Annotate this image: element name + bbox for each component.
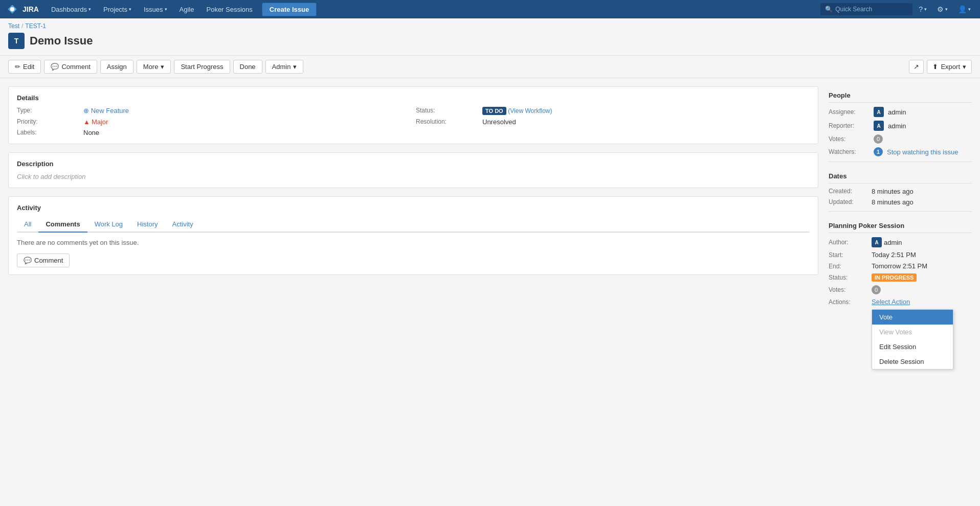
status-badge: TO DO (482, 107, 506, 115)
priority-value: ▲ Major (83, 118, 411, 126)
gear-icon: ⚙ (937, 5, 944, 13)
dropdown-item-edit-session[interactable]: Edit Session (872, 339, 953, 354)
export-icon: ⬆ (932, 63, 938, 71)
start-progress-button[interactable]: Start Progress (174, 60, 230, 74)
quick-search-box[interactable]: 🔍 (820, 3, 912, 15)
assignee-value: admin (888, 108, 906, 116)
updated-label: Updated: (829, 198, 870, 206)
tab-worklog[interactable]: Work Log (87, 217, 130, 233)
type-value: ⊕ New Feature (83, 107, 411, 114)
chevron-down-icon: ▾ (161, 63, 164, 71)
settings-button[interactable]: ⚙ ▾ (933, 3, 952, 15)
share-icon: ↗ (914, 63, 919, 71)
top-navigation: JIRA Dashboards ▾ Projects ▾ Issues ▾ Ag… (0, 0, 980, 18)
create-issue-button[interactable]: Create Issue (262, 3, 317, 16)
tab-all[interactable]: All (17, 217, 38, 233)
poker-status-badge: IN PROGRESS (872, 273, 917, 282)
export-button[interactable]: ⬆ Export ▾ (927, 60, 972, 74)
created-value: 8 minutes ago (872, 188, 914, 195)
share-button[interactable]: ↗ (909, 60, 924, 74)
breadcrumb-project-link[interactable]: Test (8, 22, 19, 30)
poker-status-label: Status: (829, 274, 870, 281)
description-title: Description (17, 160, 810, 168)
search-input[interactable] (835, 6, 907, 13)
select-action-button[interactable]: Select Action (872, 298, 910, 306)
help-button[interactable]: ? ▾ (915, 3, 931, 15)
assignee-avatar: A (874, 107, 884, 117)
comment-button[interactable]: 💬 Comment (44, 60, 97, 74)
watchers-row: Watchers: 1 Stop watching this issue (829, 147, 972, 156)
add-comment-button[interactable]: 💬 Comment (17, 254, 70, 267)
details-title: Details (17, 94, 810, 102)
project-avatar: T (8, 33, 25, 49)
reporter-avatar: A (874, 121, 884, 131)
poker-actions-dropdown-menu: Vote View Votes Edit Session Delete Sess… (872, 309, 953, 370)
status-value: TO DO (View Workflow) (482, 107, 810, 115)
poker-actions-dropdown-wrap: Select Action Vote View Votes Edit Sessi… (872, 298, 910, 306)
activity-title: Activity (17, 204, 810, 212)
chevron-down-icon: ▾ (924, 7, 927, 12)
main-content: Details Type: ⊕ New Feature Status: TO D… (0, 78, 980, 506)
poker-start-label: Start: (829, 251, 870, 259)
status-label: Status: (416, 107, 477, 114)
updated-row: Updated: 8 minutes ago (829, 198, 972, 206)
more-button[interactable]: More ▾ (137, 60, 171, 74)
assignee-row: Assignee: A admin (829, 107, 972, 117)
admin-button[interactable]: Admin ▾ (265, 60, 304, 74)
type-label: Type: (17, 107, 78, 114)
updated-value: 8 minutes ago (872, 198, 914, 206)
details-grid: Type: ⊕ New Feature Status: TO DO (View … (17, 107, 810, 136)
edit-button[interactable]: ✏ Edit (8, 60, 41, 74)
poker-author-avatar: A (872, 237, 882, 247)
resolution-label: Resolution: (416, 118, 477, 125)
description-section: Description Click to add description (8, 152, 818, 188)
poker-votes-label: Votes: (829, 286, 870, 293)
people-title: People (829, 86, 972, 103)
svg-point-1 (10, 7, 15, 12)
jira-logo[interactable]: JIRA (5, 2, 39, 16)
dates-title: Dates (829, 167, 972, 183)
nav-poker-sessions[interactable]: Poker Sessions (201, 3, 257, 16)
poker-status-row: Status: IN PROGRESS (829, 273, 972, 282)
action-toolbar: ✏ Edit 💬 Comment Assign More ▾ Start Pro… (0, 55, 980, 78)
poker-author-value: admin (884, 239, 902, 246)
dropdown-item-vote[interactable]: Vote (872, 310, 953, 325)
dropdown-item-delete-session[interactable]: Delete Session (872, 354, 953, 369)
stop-watching-link[interactable]: Stop watching this issue (887, 148, 958, 156)
created-row: Created: 8 minutes ago (829, 188, 972, 195)
assign-button[interactable]: Assign (100, 60, 133, 74)
poker-votes-badge: 0 (872, 285, 881, 294)
description-placeholder[interactable]: Click to add description (17, 173, 810, 180)
right-panel: People Assignee: A admin Reporter: A adm… (829, 86, 972, 504)
labels-value: None (83, 129, 411, 136)
activity-tabs: All Comments Work Log History Activity (17, 217, 810, 233)
resolution-value: Unresolved (482, 118, 810, 126)
tab-comments[interactable]: Comments (38, 217, 87, 233)
nav-projects[interactable]: Projects ▾ (98, 3, 137, 16)
dates-section: Dates Created: 8 minutes ago Updated: 8 … (829, 167, 972, 206)
labels-label: Labels: (17, 129, 78, 136)
reporter-label: Reporter: (829, 122, 870, 129)
breadcrumb-issue-link[interactable]: TEST-1 (25, 22, 46, 30)
tab-activity[interactable]: Activity (165, 217, 201, 233)
poker-end-label: End: (829, 263, 870, 270)
nav-dashboards[interactable]: Dashboards ▾ (46, 3, 96, 16)
people-section: People Assignee: A admin Reporter: A adm… (829, 86, 972, 156)
poker-title: Planning Poker Session (829, 217, 972, 233)
created-label: Created: (829, 188, 870, 195)
watchers-count-badge: 1 (874, 147, 883, 156)
chevron-down-icon: ▾ (88, 7, 91, 12)
view-workflow-link[interactable]: (View Workflow) (508, 107, 552, 114)
user-menu-button[interactable]: 👤 ▾ (954, 3, 975, 15)
nav-issues[interactable]: Issues ▾ (139, 3, 172, 16)
poker-author-label: Author: (829, 239, 870, 246)
done-button[interactable]: Done (233, 60, 262, 74)
votes-label: Votes: (829, 135, 870, 143)
tab-history[interactable]: History (130, 217, 165, 233)
assignee-label: Assignee: (829, 108, 870, 116)
new-feature-icon: ⊕ (83, 107, 89, 114)
chevron-down-icon: ▾ (293, 63, 297, 71)
reporter-row: Reporter: A admin (829, 121, 972, 131)
page-title-bar: T Demo Issue (0, 32, 980, 55)
nav-agile[interactable]: Agile (174, 3, 199, 16)
